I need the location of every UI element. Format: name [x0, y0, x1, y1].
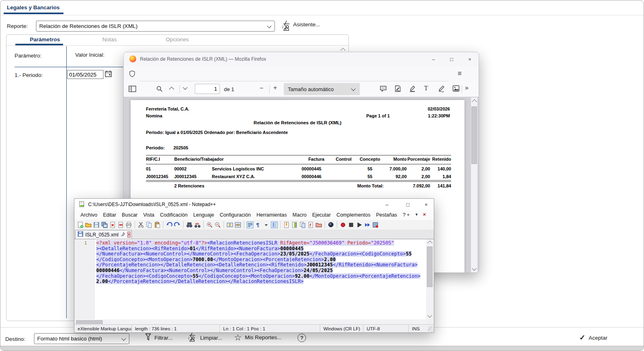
scrollbar-thumb[interactable] [471, 106, 477, 164]
monitor-icon[interactable] [327, 221, 334, 228]
menu-complementos[interactable]: Complementos [334, 212, 373, 218]
tab-close-icon[interactable]: × [127, 232, 131, 238]
window-tab-legales-y-bancarios[interactable]: Legales y Bancarios [7, 4, 60, 11]
sync-scroll-h-icon[interactable] [234, 221, 241, 228]
replace-icon[interactable]: ab [194, 221, 201, 228]
run-macro-multiple-icon[interactable] [364, 221, 371, 228]
periodo-date-input[interactable] [67, 70, 103, 79]
new-file-icon[interactable] [77, 221, 84, 228]
text-tool-icon[interactable]: T [424, 85, 428, 92]
undo-icon[interactable] [166, 221, 173, 228]
save-all-icon[interactable] [101, 221, 108, 228]
image-tool-icon[interactable] [452, 85, 460, 94]
filtrar-button[interactable]: Filtrar... [145, 333, 173, 342]
menu-editar[interactable]: Editar [100, 212, 119, 218]
shield-icon[interactable] [129, 70, 135, 79]
page-number-input[interactable] [195, 84, 220, 94]
pin-icon[interactable] [120, 231, 125, 238]
doc-map-icon[interactable] [291, 221, 298, 228]
menu-pestaas[interactable]: Pestañas [373, 212, 400, 218]
menu-ejecutar[interactable]: Ejecutar [309, 212, 334, 218]
close-tab-icon[interactable]: × [423, 211, 426, 217]
tab-notas[interactable]: Notas [79, 36, 140, 43]
scroll-up-icon[interactable] [427, 240, 433, 246]
scroll-down-icon[interactable] [427, 313, 432, 317]
word-wrap-icon[interactable] [247, 221, 253, 228]
paste-icon[interactable] [154, 221, 160, 228]
highlighter-tool-icon[interactable] [409, 85, 416, 94]
menu-macro[interactable]: Macro [290, 212, 310, 218]
firefox-titlebar[interactable]: Relación de Retenciones de ISLR (XML) — … [124, 52, 479, 66]
minimize-button[interactable]: – [381, 200, 393, 209]
doc-switcher-icon[interactable] [299, 221, 306, 228]
menu-lenguaje[interactable]: Lenguaje [190, 212, 217, 218]
draw-tool-icon[interactable] [438, 85, 445, 94]
destino-select[interactable]: Formato html basico (html) [34, 333, 129, 344]
menu-vista[interactable]: Vista [140, 212, 157, 218]
close-all-icon[interactable] [117, 221, 124, 228]
tab-parametros[interactable]: Parámetros [19, 36, 71, 43]
tab-opciones[interactable]: Opciones [146, 36, 209, 43]
find-icon[interactable] [186, 221, 193, 228]
scroll-up-icon[interactable] [472, 99, 477, 104]
notepad-titlebar[interactable]: C:\Users\DES-JJT\Downloads\ISLR_0525.xml… [74, 199, 434, 210]
open-file-icon[interactable] [85, 221, 92, 228]
limpiar-button[interactable]: Limpiar... [187, 332, 222, 344]
calendar-icon[interactable] [105, 70, 112, 80]
mis-reportes-button[interactable]: ☆ Mis Reportes... [234, 333, 282, 342]
pdf-scrollbar[interactable] [471, 98, 477, 272]
function-list-icon[interactable] [283, 221, 290, 228]
comment-tool-icon[interactable] [380, 85, 387, 94]
maximize-button[interactable]: □ [446, 55, 458, 64]
report-select[interactable]: Relación de Retenciones de ISLR (XML) [36, 21, 275, 32]
resize-grip[interactable] [428, 326, 433, 332]
zoom-in-icon[interactable] [206, 221, 213, 228]
asistente-button[interactable]: Asistente... [293, 21, 320, 28]
xml-code[interactable]: <?xml version="1.0" encoding="utf-8"?><R… [96, 240, 420, 285]
save-macro-icon[interactable] [372, 221, 379, 228]
zoom-out-icon[interactable]: − [260, 85, 263, 92]
editor-vscrollbar[interactable] [427, 239, 433, 319]
scrollbar-thumb[interactable] [427, 247, 433, 287]
scrollbar-thumb[interactable] [76, 320, 103, 324]
menu-archivo[interactable]: Archivo [78, 212, 100, 218]
sync-scroll-v-icon[interactable] [226, 221, 233, 228]
copy-icon[interactable] [146, 221, 152, 228]
hamburger-menu-icon[interactable]: ≡ [458, 70, 462, 78]
help-button[interactable]: ? [298, 334, 306, 342]
print-icon[interactable] [125, 221, 132, 228]
close-button[interactable]: × [464, 55, 476, 64]
menu-buscar[interactable]: Buscar [119, 212, 140, 218]
tab-list-dropdown-icon[interactable]: ▼ [415, 213, 418, 217]
status-eol[interactable]: Windows (CR LF) [320, 325, 363, 332]
maximize-button[interactable]: □ [402, 200, 414, 209]
more-tools-icon[interactable]: » [465, 84, 469, 91]
menu-herramientas[interactable]: Herramientas [254, 212, 290, 218]
folder-workspace-icon[interactable] [315, 221, 322, 228]
show-symbols-icon[interactable]: ¶ [255, 221, 262, 228]
tab-islr-0525-xml[interactable]: ISLR_0525.xml × [75, 230, 132, 239]
search-icon[interactable] [156, 85, 163, 94]
redo-icon[interactable] [174, 221, 181, 228]
play-macro-icon[interactable] [356, 221, 363, 228]
minimize-button[interactable]: – [427, 55, 439, 64]
record-macro-icon[interactable] [340, 221, 346, 228]
function-completion-icon[interactable]: f [307, 221, 314, 228]
signature-tool-icon[interactable] [394, 85, 401, 94]
zoom-out-icon[interactable] [214, 221, 221, 228]
dropdown-icon[interactable] [263, 221, 270, 228]
close-button[interactable]: × [420, 200, 432, 209]
stop-macro-icon[interactable] [348, 221, 355, 228]
save-file-icon[interactable] [93, 221, 100, 228]
new-tab-plus-icon[interactable]: + [407, 212, 410, 218]
next-page-icon[interactable] [183, 85, 187, 89]
cut-icon[interactable] [137, 221, 144, 228]
menu-configuracin[interactable]: Configuración [217, 212, 253, 218]
sidebar-toggle-icon[interactable] [129, 85, 136, 94]
previous-page-icon[interactable] [169, 87, 174, 92]
close-file-icon[interactable] [109, 221, 116, 228]
menu-codificacin[interactable]: Codificación [157, 212, 190, 218]
editor-area[interactable]: 1 <?xml version="1.0" encoding="utf-8"?>… [75, 239, 426, 319]
status-encoding[interactable]: UTF-8 [363, 325, 409, 332]
aceptar-button[interactable]: ✓ Aceptar [579, 333, 608, 342]
